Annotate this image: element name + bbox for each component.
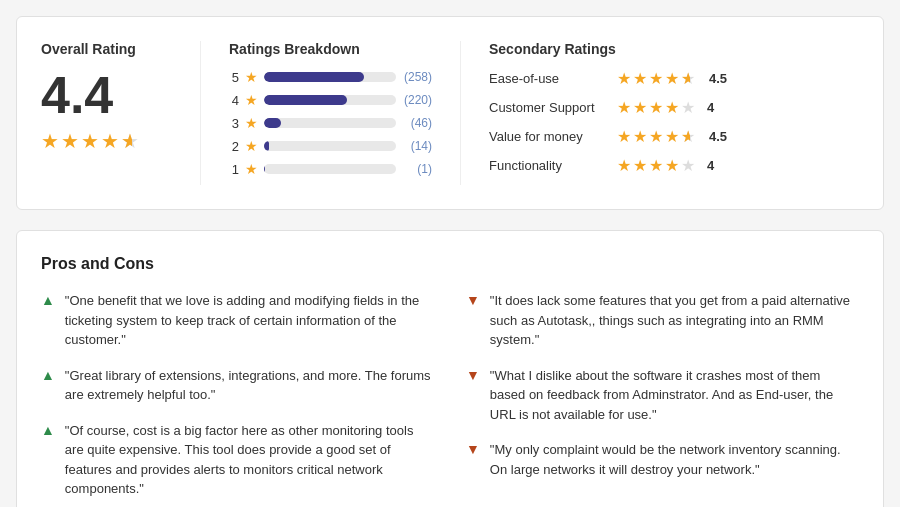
pros-container: ▲ "One benefit that we love is adding an… (41, 291, 434, 507)
secondary-container: Ease-of-use ★★★★ ★ ★ 4.5 Customer Suppor… (489, 69, 859, 175)
pro-arrow-icon: ▲ (41, 422, 55, 438)
bar-row: 5 ★ (258) (229, 69, 432, 85)
bar-star-icon: ★ (245, 69, 258, 85)
bar-count: (14) (402, 139, 432, 153)
pros-cons-section: Pros and Cons ▲ "One benefit that we lov… (16, 230, 884, 507)
full-star-icon: ★ (633, 156, 647, 175)
full-star-icon: ★ (649, 156, 663, 175)
full-star-icon: ★ (633, 127, 647, 146)
pro-text: "One benefit that we love is adding and … (65, 291, 434, 350)
secondary-row: Functionality ★★★★★ 4 (489, 156, 859, 175)
pro-item: ▲ "One benefit that we love is adding an… (41, 291, 434, 350)
full-star-icon: ★ (665, 127, 679, 146)
bar-fill (264, 118, 281, 128)
secondary-stars: ★★★★★ (617, 98, 695, 117)
secondary-row: Value for money ★★★★ ★ ★ 4.5 (489, 127, 859, 146)
bar-label: 3 (229, 116, 239, 131)
ratings-card: Overall Rating 4.4 ★ ★ ★ ★ ★ ★ Ratings B… (16, 16, 884, 210)
pros-cons-grid: ▲ "One benefit that we love is adding an… (41, 291, 859, 507)
bar-label: 4 (229, 93, 239, 108)
star-2: ★ (61, 129, 79, 153)
full-star-icon: ★ (665, 156, 679, 175)
pros-cons-title: Pros and Cons (41, 255, 859, 273)
pro-item: ▲ "Great library of extensions, integrat… (41, 366, 434, 405)
full-star-icon: ★ (617, 69, 631, 88)
secondary-score: 4 (707, 100, 714, 115)
bar-track (264, 141, 396, 151)
bar-fill (264, 141, 269, 151)
overall-score: 4.4 (41, 69, 176, 121)
full-star-icon: ★ (649, 127, 663, 146)
secondary-title: Secondary Ratings (489, 41, 859, 57)
pro-item: ▲ "Of course, cost is a big factor here … (41, 421, 434, 499)
bar-star-icon: ★ (245, 115, 258, 131)
con-item: ▼ "What I dislike about the software it … (466, 366, 859, 425)
con-arrow-icon: ▼ (466, 367, 480, 383)
pro-text: "Of course, cost is a big factor here as… (65, 421, 434, 499)
bar-track (264, 118, 396, 128)
ratings-breakdown-section: Ratings Breakdown 5 ★ (258) 4 ★ (220) 3 … (201, 41, 461, 185)
secondary-label: Ease-of-use (489, 71, 609, 86)
secondary-label: Customer Support (489, 100, 609, 115)
con-item: ▼ "My only complaint would be the networ… (466, 440, 859, 479)
secondary-score: 4.5 (709, 71, 727, 86)
overall-stars: ★ ★ ★ ★ ★ ★ (41, 129, 176, 153)
star-5-half: ★ ★ (121, 129, 141, 153)
pro-arrow-icon: ▲ (41, 367, 55, 383)
bar-row: 2 ★ (14) (229, 138, 432, 154)
full-star-icon: ★ (665, 69, 679, 88)
pro-text: "Great library of extensions, integratio… (65, 366, 434, 405)
secondary-row: Ease-of-use ★★★★ ★ ★ 4.5 (489, 69, 859, 88)
empty-star-icon: ★ (681, 156, 695, 175)
overall-title: Overall Rating (41, 41, 176, 57)
bar-row: 4 ★ (220) (229, 92, 432, 108)
bar-label: 5 (229, 70, 239, 85)
full-star-icon: ★ (649, 69, 663, 88)
full-star-icon: ★ (665, 98, 679, 117)
bar-fill (264, 72, 364, 82)
bar-count: (1) (402, 162, 432, 176)
bar-count: (220) (402, 93, 432, 107)
bar-track (264, 95, 396, 105)
overall-rating-section: Overall Rating 4.4 ★ ★ ★ ★ ★ ★ (41, 41, 201, 185)
con-text: "My only complaint would be the network … (490, 440, 859, 479)
star-4: ★ (101, 129, 119, 153)
secondary-score: 4.5 (709, 129, 727, 144)
secondary-stars: ★★★★★ (617, 156, 695, 175)
secondary-score: 4 (707, 158, 714, 173)
full-star-icon: ★ (633, 98, 647, 117)
bar-track (264, 164, 396, 174)
con-text: "What I dislike about the software it cr… (490, 366, 859, 425)
page-wrapper: Overall Rating 4.4 ★ ★ ★ ★ ★ ★ Ratings B… (0, 0, 900, 507)
cons-container: ▼ "It does lack some features that you g… (466, 291, 859, 507)
bar-fill (264, 95, 347, 105)
full-star-icon: ★ (617, 156, 631, 175)
bars-container: 5 ★ (258) 4 ★ (220) 3 ★ (46) 2 ★ (229, 69, 432, 177)
secondary-ratings-section: Secondary Ratings Ease-of-use ★★★★ ★ ★ 4… (461, 41, 859, 185)
full-star-icon: ★ (617, 127, 631, 146)
con-item: ▼ "It does lack some features that you g… (466, 291, 859, 350)
bar-star-icon: ★ (245, 138, 258, 154)
full-star-icon: ★ (633, 69, 647, 88)
bar-star-icon: ★ (245, 92, 258, 108)
con-arrow-icon: ▼ (466, 292, 480, 308)
secondary-label: Functionality (489, 158, 609, 173)
pro-arrow-icon: ▲ (41, 292, 55, 308)
star-1: ★ (41, 129, 59, 153)
empty-star-icon: ★ (681, 98, 695, 117)
bar-row: 1 ★ (1) (229, 161, 432, 177)
bar-label: 1 (229, 162, 239, 177)
full-star-icon: ★ (649, 98, 663, 117)
bar-track (264, 72, 396, 82)
bar-star-icon: ★ (245, 161, 258, 177)
con-text: "It does lack some features that you get… (490, 291, 859, 350)
breakdown-title: Ratings Breakdown (229, 41, 432, 57)
secondary-label: Value for money (489, 129, 609, 144)
bar-row: 3 ★ (46) (229, 115, 432, 131)
secondary-stars: ★★★★ ★ ★ (617, 69, 697, 88)
bar-count: (46) (402, 116, 432, 130)
secondary-row: Customer Support ★★★★★ 4 (489, 98, 859, 117)
half-star-icon: ★ ★ (681, 127, 697, 146)
star-3: ★ (81, 129, 99, 153)
half-star-icon: ★ ★ (681, 69, 697, 88)
